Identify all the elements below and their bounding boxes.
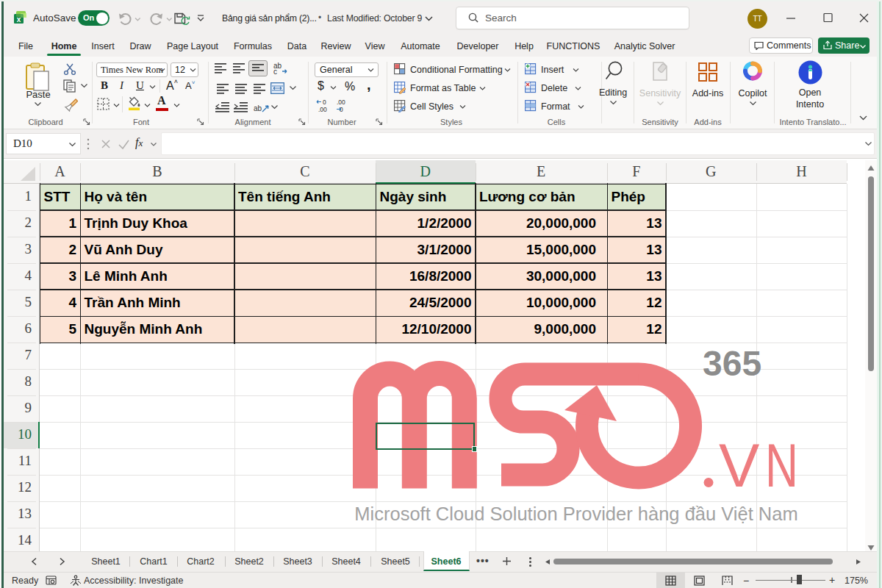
svg-text:V: V [719, 431, 759, 500]
svg-text:Microsoft Cloud Solution Provi: Microsoft Cloud Solution Provider hàng đ… [354, 503, 797, 524]
svg-text:365: 365 [703, 344, 761, 383]
svg-text:N: N [765, 431, 798, 500]
